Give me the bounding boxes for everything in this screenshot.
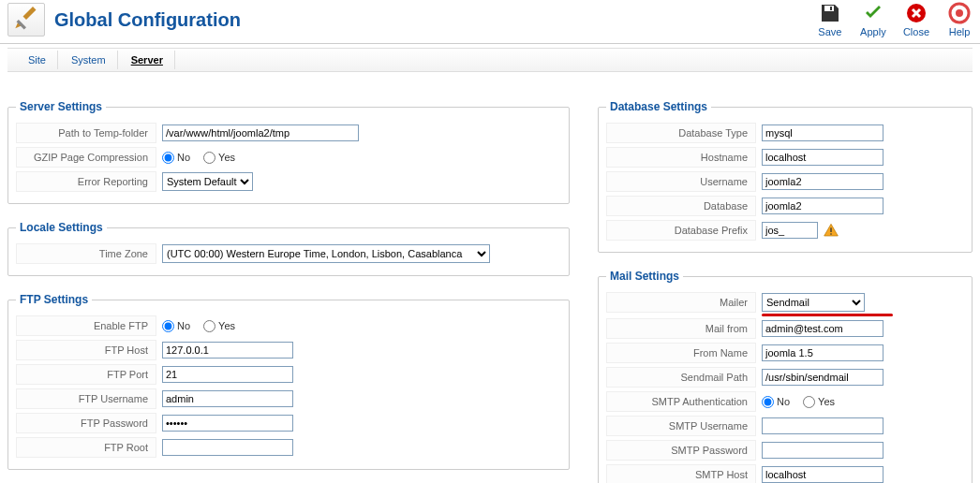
ftp-settings-fieldset: FTP Settings Enable FTP No Yes FTP Host … xyxy=(7,293,570,470)
path-input[interactable] xyxy=(162,124,359,141)
ftp-yes-label: Yes xyxy=(218,320,235,331)
db-db-input[interactable] xyxy=(762,198,883,214)
right-column: Database Settings Database Type Hostname… xyxy=(598,100,973,483)
ftp-pass-input[interactable] xyxy=(162,415,293,432)
ftp-host-input[interactable] xyxy=(162,342,293,359)
mail-settings-fieldset: Mail Settings Mailer Sendmail Mail from … xyxy=(598,270,973,483)
ftp-port-label: FTP Port xyxy=(16,364,156,385)
ftp-no-label: No xyxy=(177,320,190,331)
save-icon xyxy=(817,2,843,24)
save-button[interactable]: Save xyxy=(817,2,843,37)
smtpauth-label: SMTP Authentication xyxy=(606,391,756,412)
save-label: Save xyxy=(818,26,841,37)
help-icon xyxy=(946,2,973,24)
server-settings-fieldset: Server Settings Path to Temp-folder GZIP… xyxy=(7,100,570,204)
error-label: Error Reporting xyxy=(16,171,156,192)
db-prefix-label: Database Prefix xyxy=(606,220,756,241)
smtphost-label: SMTP Host xyxy=(606,464,756,483)
locale-settings-fieldset: Locale Settings Time Zone (UTC 00:00) We… xyxy=(7,221,570,276)
tabs-bar: Site System Server xyxy=(7,48,973,72)
ftp-yes-radio[interactable] xyxy=(203,320,215,332)
gzip-no-label: No xyxy=(177,152,190,163)
tz-select[interactable]: (UTC 00:00) Western Europe Time, London,… xyxy=(162,244,490,263)
mailer-select[interactable]: Sendmail xyxy=(762,293,865,312)
mail-settings-legend: Mail Settings xyxy=(606,270,683,283)
svg-rect-6 xyxy=(830,233,831,234)
db-host-label: Hostname xyxy=(606,147,756,168)
db-settings-legend: Database Settings xyxy=(606,100,711,113)
error-select[interactable]: System Default xyxy=(162,172,253,191)
db-user-label: Username xyxy=(606,171,756,192)
smtpauth-no-label: No xyxy=(777,396,790,407)
fromname-input[interactable] xyxy=(762,344,883,361)
toolbar: Save Apply Close Help xyxy=(817,2,973,37)
svg-rect-5 xyxy=(830,227,831,232)
smtpauth-no-radio[interactable] xyxy=(762,396,774,408)
tab-server[interactable]: Server xyxy=(120,51,175,69)
smtppass-input[interactable] xyxy=(762,442,883,459)
smtpuser-label: SMTP Username xyxy=(606,416,756,436)
db-user-input[interactable] xyxy=(762,173,883,190)
sendmail-label: Sendmail Path xyxy=(606,367,756,388)
tz-label: Time Zone xyxy=(16,243,156,264)
db-db-label: Database xyxy=(606,196,756,216)
db-type-input[interactable] xyxy=(762,124,883,141)
gzip-yes-label: Yes xyxy=(218,152,235,163)
ftp-no-radio[interactable] xyxy=(162,320,174,332)
ftp-port-input[interactable] xyxy=(162,366,293,383)
header-left: Global Configuration xyxy=(7,3,241,37)
apply-icon xyxy=(860,2,886,24)
left-column: Server Settings Path to Temp-folder GZIP… xyxy=(7,100,570,483)
db-type-label: Database Type xyxy=(606,123,756,143)
db-host-input[interactable] xyxy=(762,149,883,166)
ftp-user-label: FTP Username xyxy=(16,388,156,409)
svg-rect-1 xyxy=(830,7,832,10)
smtpauth-yes-label: Yes xyxy=(818,396,835,407)
locale-settings-legend: Locale Settings xyxy=(16,221,107,234)
apply-label: Apply xyxy=(860,26,886,37)
gzip-yes-radio[interactable] xyxy=(203,152,215,164)
close-icon xyxy=(903,2,929,24)
close-label: Close xyxy=(903,26,929,37)
help-button[interactable]: Help xyxy=(946,2,973,37)
tab-system[interactable]: System xyxy=(60,51,118,69)
ftp-root-label: FTP Root xyxy=(16,437,156,458)
smtppass-label: SMTP Password xyxy=(606,440,756,461)
page-title: Global Configuration xyxy=(54,9,241,31)
fromname-label: From Name xyxy=(606,343,756,363)
tab-site[interactable]: Site xyxy=(17,51,58,69)
warning-icon xyxy=(824,223,839,238)
db-prefix-input[interactable] xyxy=(762,222,818,239)
sendmail-input[interactable] xyxy=(762,369,883,386)
close-button[interactable]: Close xyxy=(903,2,929,37)
ftp-user-input[interactable] xyxy=(162,390,293,407)
ftp-host-label: FTP Host xyxy=(16,340,156,360)
smtpauth-yes-radio[interactable] xyxy=(803,396,815,408)
mailer-label: Mailer xyxy=(606,292,756,313)
path-label: Path to Temp-folder xyxy=(16,123,156,143)
config-icon xyxy=(7,3,45,37)
apply-button[interactable]: Apply xyxy=(860,2,886,37)
ftp-root-input[interactable] xyxy=(162,439,293,456)
content-area: Server Settings Path to Temp-folder GZIP… xyxy=(0,72,980,483)
server-settings-legend: Server Settings xyxy=(16,100,106,113)
db-settings-fieldset: Database Settings Database Type Hostname… xyxy=(598,100,973,253)
ftp-settings-legend: FTP Settings xyxy=(16,293,92,306)
header-bar: Global Configuration Save Apply Close He… xyxy=(0,0,980,44)
svg-rect-0 xyxy=(824,6,834,11)
smtphost-input[interactable] xyxy=(762,466,883,483)
mailfrom-label: Mail from xyxy=(606,318,756,339)
svg-point-4 xyxy=(956,9,963,17)
mailfrom-input[interactable] xyxy=(762,320,883,337)
help-label: Help xyxy=(949,26,971,37)
ftp-pass-label: FTP Password xyxy=(16,413,156,433)
ftp-enable-label: Enable FTP xyxy=(16,315,156,336)
gzip-label: GZIP Page Compression xyxy=(16,147,156,168)
gzip-no-radio[interactable] xyxy=(162,152,174,164)
smtpuser-input[interactable] xyxy=(762,417,883,434)
